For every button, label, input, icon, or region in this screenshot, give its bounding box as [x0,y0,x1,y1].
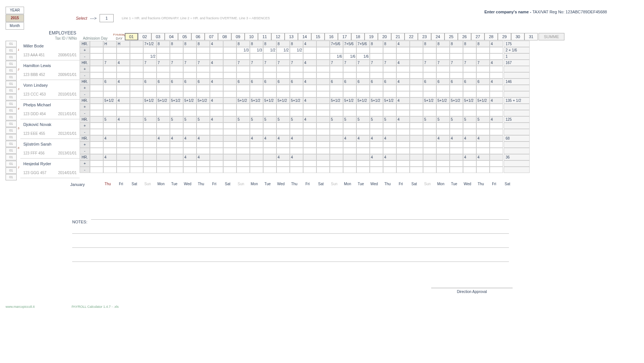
grid-cell[interactable] [396,123,410,129]
grid-cell[interactable] [490,47,503,53]
grid-cell[interactable] [157,154,170,160]
grid-cell[interactable] [210,53,223,60]
grid-cell[interactable] [490,154,503,160]
grid-cell[interactable] [117,160,130,167]
grid-cell[interactable] [237,85,250,91]
grid-cell[interactable]: 5+1/2 [370,97,383,104]
grid-cell[interactable] [316,135,330,141]
grid-cell[interactable]: 1/6 [356,53,370,60]
grid-cell[interactable] [303,148,316,154]
grid-cell[interactable]: 4 [383,135,396,141]
grid-cell[interactable]: 5+1/2 [276,97,290,104]
grid-cell[interactable]: 6 [197,79,210,85]
grid-cell[interactable]: 4 [396,116,410,123]
grid-cell[interactable]: 6 [170,79,183,85]
grid-cell[interactable]: 5+1/2 [183,97,197,104]
grid-cell[interactable] [303,110,316,116]
grid-cell[interactable]: 8 [276,41,290,47]
grid-cell[interactable] [290,72,303,79]
grid-cell[interactable] [463,110,476,116]
grid-cell[interactable] [410,91,423,97]
grid-cell[interactable] [356,110,370,116]
grid-cell[interactable]: 5 [383,116,396,123]
grid-cell[interactable] [276,53,290,60]
grid-cell[interactable]: 6 [370,79,383,85]
grid-cell[interactable]: 4 [103,154,117,160]
grid-cell[interactable]: 7 [436,60,450,66]
grid-cell[interactable] [276,104,290,110]
grid-cell[interactable] [90,148,103,154]
grid-cell[interactable] [210,160,223,167]
grid-cell[interactable] [356,85,370,91]
grid-cell[interactable]: 5+1/2 [356,97,370,104]
grid-cell[interactable] [410,104,423,110]
grid-cell[interactable] [343,167,356,173]
grid-cell[interactable]: 8 [383,41,396,47]
grid-cell[interactable] [276,123,290,129]
note-line[interactable] [91,210,509,220]
grid-cell[interactable]: 4 [463,135,476,141]
grid-cell[interactable] [210,154,223,160]
grid-cell[interactable] [303,141,316,148]
grid-cell[interactable] [370,53,383,60]
grid-cell[interactable]: 7 [143,60,157,66]
grid-cell[interactable] [476,104,490,110]
grid-cell[interactable] [436,104,450,110]
grid-cell[interactable] [450,66,463,72]
grid-cell[interactable] [423,167,436,173]
grid-cell[interactable] [90,104,103,110]
grid-cell[interactable]: 4 [183,154,197,160]
grid-cell[interactable]: 5+1/2 [263,97,276,104]
grid-cell[interactable] [436,91,450,97]
grid-cell[interactable] [90,97,103,104]
grid-cell[interactable] [130,148,143,154]
grid-cell[interactable] [356,66,370,72]
grid-cell[interactable] [303,104,316,110]
grid-cell[interactable] [316,60,330,66]
grid-cell[interactable] [343,72,356,79]
grid-cell[interactable] [237,135,250,141]
grid-cell[interactable] [396,148,410,154]
grid-cell[interactable] [476,47,490,53]
grid-cell[interactable] [356,148,370,154]
grid-cell[interactable] [223,148,237,154]
grid-cell[interactable] [130,91,143,97]
grid-cell[interactable]: 4 [476,135,490,141]
grid-cell[interactable] [450,167,463,173]
grid-cell[interactable] [383,72,396,79]
grid-cell[interactable] [170,72,183,79]
grid-cell[interactable] [157,66,170,72]
grid-cell[interactable] [90,41,103,47]
grid-cell[interactable] [410,141,423,148]
grid-cell[interactable] [157,72,170,79]
grid-cell[interactable] [170,123,183,129]
grid-cell[interactable] [330,154,343,160]
grid-cell[interactable] [210,123,223,129]
grid-cell[interactable]: 8 [263,41,276,47]
grid-cell[interactable] [223,129,237,135]
grid-cell[interactable] [290,85,303,91]
grid-cell[interactable] [476,91,490,97]
grid-cell[interactable] [250,160,263,167]
grid-cell[interactable]: 1/2 [143,53,157,60]
grid-cell[interactable] [316,66,330,72]
grid-cell[interactable] [290,104,303,110]
grid-cell[interactable]: 4 [197,135,210,141]
grid-cell[interactable]: 5+1/2 [197,97,210,104]
grid-cell[interactable] [450,110,463,116]
grid-cell[interactable] [237,160,250,167]
grid-cell[interactable] [210,141,223,148]
grid-cell[interactable] [303,123,316,129]
grid-cell[interactable] [157,123,170,129]
grid-cell[interactable] [343,129,356,135]
grid-cell[interactable] [316,110,330,116]
grid-cell[interactable] [183,129,197,135]
grid-cell[interactable] [250,154,263,160]
grid-cell[interactable]: 4 [117,79,130,85]
grid-cell[interactable] [263,72,276,79]
grid-cell[interactable] [210,148,223,154]
grid-cell[interactable] [90,160,103,167]
grid-cell[interactable] [210,167,223,173]
grid-cell[interactable] [250,110,263,116]
grid-cell[interactable] [263,167,276,173]
